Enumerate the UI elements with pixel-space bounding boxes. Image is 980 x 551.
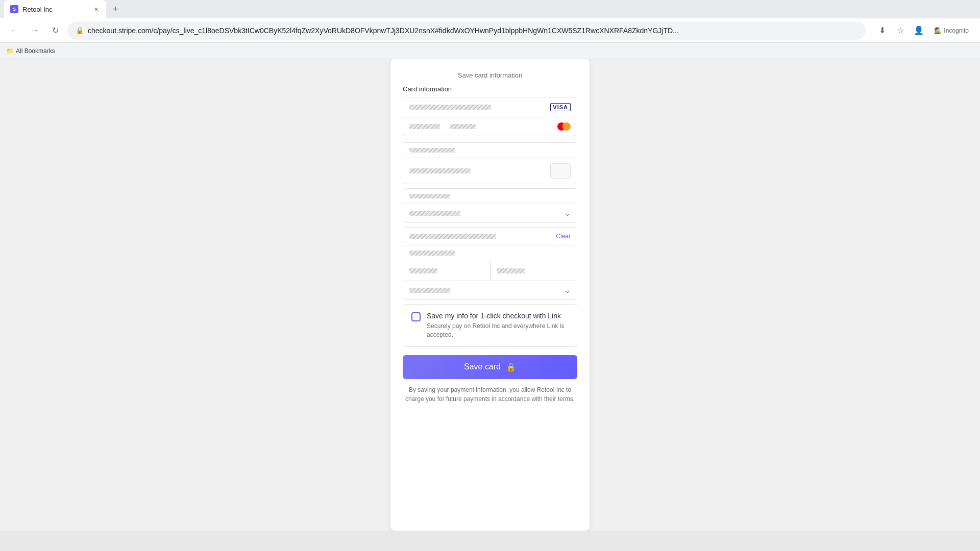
mastercard-icon (557, 122, 571, 131)
cvc-mask (450, 124, 476, 129)
country-chevron-icon: ⌄ (565, 209, 571, 217)
address-bar[interactable]: 🔒 checkout.stripe.com/c/pay/cs_live_c1l8… (67, 21, 866, 40)
city-zip-row[interactable] (403, 261, 577, 281)
forward-button[interactable]: → (27, 22, 43, 39)
download-icon[interactable]: ⬇ (874, 22, 890, 39)
name-field-group (403, 142, 577, 184)
active-tab[interactable]: S Retool Inc ✕ (4, 0, 106, 18)
address2-row[interactable] (403, 245, 577, 261)
address2-mask (409, 251, 455, 256)
state-mask (409, 288, 450, 293)
bookmarks-folder-icon: 📁 (6, 47, 14, 55)
link-checkbox[interactable] (411, 312, 421, 321)
card-number-mask (409, 105, 491, 110)
zip-mask (497, 268, 525, 273)
name-label-mask (409, 148, 455, 153)
url-text: checkout.stripe.com/c/pay/cs_live_c1l8oe… (88, 27, 857, 35)
back-button[interactable]: ← (6, 22, 22, 39)
card-info-label: Card information (403, 85, 577, 93)
tab-favicon: S (10, 5, 18, 13)
section-header: Save card information (403, 71, 577, 79)
save-disclaimer: By saving your payment information, you … (403, 385, 577, 404)
name-input-row[interactable] (403, 158, 577, 184)
name-label-row (403, 143, 577, 158)
card-input-group: VISA (403, 97, 577, 136)
save-card-button[interactable]: Save card 🔒 (403, 355, 577, 379)
link-description: Securely pay on Retool Inc and everywher… (427, 322, 569, 339)
link-text-container: Save my info for 1-click checkout with L… (427, 312, 569, 339)
card-number-row[interactable]: VISA (403, 97, 577, 117)
tab-close-button[interactable]: ✕ (92, 5, 100, 13)
browser-window: S Retool Inc ✕ + ← → ↻ 🔒 checkout.stripe… (0, 0, 980, 59)
all-bookmarks-label: All Bookmarks (16, 47, 55, 55)
profile-icon[interactable]: 👤 (911, 22, 927, 39)
country-input-row[interactable]: ⌄ (403, 204, 577, 222)
state-chevron-icon: ⌄ (565, 286, 571, 294)
address-row[interactable]: Clear (403, 228, 577, 245)
country-field-group: ⌄ (403, 188, 577, 223)
checkout-form: Save card information Card information V… (390, 59, 590, 531)
tab-bar: S Retool Inc ✕ + (0, 0, 980, 18)
new-tab-button[interactable]: + (108, 2, 122, 16)
bookmark-icon[interactable]: ☆ (892, 22, 909, 39)
link-section: Save my info for 1-click checkout with L… (403, 304, 577, 347)
tab-title: Retool Inc (22, 6, 88, 13)
reload-button[interactable]: ↻ (47, 22, 63, 39)
state-row[interactable]: ⌄ (403, 281, 577, 299)
name-input-box[interactable] (550, 163, 571, 179)
city-mask (409, 268, 437, 273)
save-card-label: Save card (464, 362, 501, 371)
bookmarks-bar: 📁 All Bookmarks (0, 43, 980, 59)
address-mask (409, 234, 496, 239)
incognito-badge[interactable]: 🕵 Incognito (929, 25, 974, 36)
lock-icon: 🔒 (506, 362, 516, 372)
card-expiry-cvc-row[interactable] (403, 117, 577, 136)
expiry-mask (409, 124, 440, 129)
link-title: Save my info for 1-click checkout with L… (427, 312, 569, 320)
incognito-icon: 🕵 (934, 27, 942, 34)
navigation-bar: ← → ↻ 🔒 checkout.stripe.com/c/pay/cs_liv… (0, 18, 980, 43)
clear-button[interactable]: Clear (556, 233, 571, 240)
address-field-group: Clear ⌄ (403, 227, 577, 300)
visa-badge: VISA (550, 103, 571, 111)
name-input-mask (409, 168, 471, 173)
incognito-label: Incognito (944, 27, 969, 34)
country-label-mask (409, 194, 450, 198)
page-content: Save card information Card information V… (0, 59, 980, 531)
browser-nav-icons: ⬇ ☆ 👤 🕵 Incognito (874, 22, 974, 39)
country-input-mask (409, 211, 460, 216)
country-label-row (403, 189, 577, 204)
